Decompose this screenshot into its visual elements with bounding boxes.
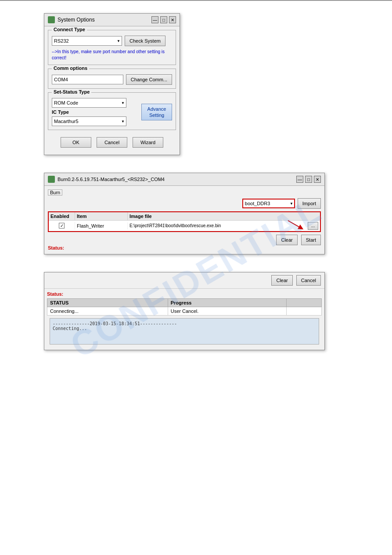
status-section-label: Status: <box>47 291 322 297</box>
svg-line-1 <box>288 221 301 228</box>
connect-type-select[interactable]: RS232 <box>52 36 122 46</box>
titlebar-controls: — □ ✕ <box>151 16 176 23</box>
system-options-titlebar: System Options — □ ✕ <box>44 14 180 26</box>
advance-setting-button[interactable]: Advance Setting <box>141 104 172 121</box>
status-table-body: Connecting... User Cancel. <box>47 307 322 316</box>
header-item: Item <box>75 212 128 220</box>
comm-options-content: Change Comm... <box>52 74 172 85</box>
log-line-1: --------------2019-03-15-18:34:51-------… <box>53 321 316 326</box>
advance-line2: Setting <box>149 112 164 118</box>
burn-actions: Clear Start <box>48 235 321 245</box>
burn-close-button[interactable]: ✕ <box>314 176 321 183</box>
ic-type-label: IC Type <box>52 109 69 115</box>
dialog-title: System Options <box>58 17 95 23</box>
burn-app-icon <box>48 176 55 183</box>
titlebar-left: System Options <box>48 16 95 23</box>
status-table: STATUS Progress Connecting... User Cance… <box>47 298 322 316</box>
check-system-button[interactable]: Check System <box>125 36 165 46</box>
status-cell: Connecting... <box>47 307 168 316</box>
top-border <box>0 0 392 1</box>
row-image: E:\project\RT2841\boot\dvitboot\rescue.e… <box>128 221 320 231</box>
comm-port-input[interactable] <box>52 75 123 84</box>
connect-type-label: Connect Type <box>52 27 87 32</box>
connect-type-select-wrapper: RS232 <box>52 36 122 46</box>
log-line-2: Connecting... <box>53 326 316 331</box>
ic-type-select-wrapper: Macarthur5 <box>52 116 126 126</box>
dialog-footer: OK Cancel Wizard <box>48 134 176 151</box>
progress-cell: User Cancel. <box>168 307 286 316</box>
burn-maximize-button[interactable]: □ <box>305 176 312 183</box>
status-table-head: STATUS Progress <box>47 299 322 307</box>
connect-type-row: RS232 Check System <box>52 36 172 46</box>
burn-table: Enabled Item Image file ✓ Flash_Writer E… <box>48 211 321 232</box>
row-item-value: Flash_Writer <box>77 223 104 229</box>
burn-top-row: boot_DDR3 Import <box>48 198 321 209</box>
burn-status-label: Status: <box>48 245 321 250</box>
table-row: ✓ Flash_Writer E:\project\RT2841\boot\dv… <box>49 221 320 231</box>
change-comm-button[interactable]: Change Comm... <box>126 74 172 85</box>
burn-table-wrapper: Enabled Item Image file ✓ Flash_Writer E… <box>48 211 321 232</box>
status-table-row: Connecting... User Cancel. <box>47 307 322 316</box>
cancel-button[interactable]: Cancel <box>97 137 127 148</box>
progress-col-header: Progress <box>168 299 286 307</box>
status-body: Status: STATUS Progress Connecting... Us… <box>44 289 324 350</box>
bar-col-header <box>287 299 322 307</box>
burn-section-label: Burn <box>48 189 62 196</box>
burn-table-header: Enabled Item Image file <box>49 212 320 221</box>
row-image-path: E:\project\RT2841\boot\dvitboot\rescue.e… <box>129 223 221 228</box>
status-clear-button[interactable]: Clear <box>271 275 292 286</box>
comm-options-label: Comm options <box>52 65 89 71</box>
set-status-content: ROM Code IC Type Macarthur5 <box>52 98 172 126</box>
comm-options-row: Change Comm... <box>52 74 172 85</box>
system-options-dialog: System Options — □ ✕ Connect Type RS232 <box>44 13 180 155</box>
burn-titlebar-controls: — □ ✕ <box>296 176 321 183</box>
import-button[interactable]: Import <box>298 198 321 209</box>
ic-type-select[interactable]: Macarthur5 <box>52 116 126 126</box>
connect-type-group: Connect Type RS232 Check System -->In th… <box>48 30 176 65</box>
status-section: Clear Cancel Status: STATUS Progress Con… <box>44 272 325 350</box>
boot-ddr3-select[interactable]: boot_DDR3 <box>242 199 295 208</box>
rom-code-select[interactable]: ROM Code <box>52 98 126 108</box>
burn-clear-button[interactable]: Clear <box>276 235 297 245</box>
ic-type-row: IC Type <box>52 109 139 115</box>
status-actions: Clear Cancel <box>44 272 324 289</box>
advance-line1: Advance <box>147 106 166 112</box>
log-area: --------------2019-03-15-18:34:51-------… <box>50 318 319 345</box>
burn-dialog-title: Burn0.2-5.6.19.751-Macarthur5_<RS232>_CO… <box>58 177 165 182</box>
burn-body: Burn boot_DDR3 Import Enabled Item Image <box>44 186 324 254</box>
set-status-row: ROM Code IC Type Macarthur5 <box>52 98 172 126</box>
header-enabled: Enabled <box>49 212 75 220</box>
row-enabled: ✓ <box>49 222 75 229</box>
burn-titlebar-left: Burn0.2-5.6.19.751-Macarthur5_<RS232>_CO… <box>48 176 165 183</box>
set-status-group: Set-Status Type ROM Code <box>48 92 176 130</box>
comm-options-group: Comm options Change Comm... <box>48 69 176 89</box>
rom-code-select-wrapper: ROM Code <box>52 98 126 108</box>
dialog-body: Connect Type RS232 Check System -->In th… <box>44 26 180 155</box>
minimize-button[interactable]: — <box>151 16 158 23</box>
bar-cell <box>287 307 322 316</box>
connect-type-info: -->In this type, make sure port number a… <box>52 49 172 61</box>
status-col-header: STATUS <box>47 299 168 307</box>
connect-type-content: RS232 Check System -->In this type, make… <box>52 36 172 61</box>
wizard-button[interactable]: Wizard <box>133 137 163 148</box>
maximize-button[interactable]: □ <box>160 16 167 23</box>
burn-start-button[interactable]: Start <box>301 235 321 245</box>
browse-button[interactable]: ... <box>308 222 318 230</box>
set-status-label: Set-Status Type <box>52 89 91 94</box>
burn-titlebar: Burn0.2-5.6.19.751-Macarthur5_<RS232>_CO… <box>44 173 324 186</box>
row-checkbox[interactable]: ✓ <box>59 223 65 229</box>
status-cancel-button[interactable]: Cancel <box>296 275 321 286</box>
status-header-row: STATUS Progress <box>47 299 322 307</box>
app-icon <box>48 16 55 23</box>
row-item: Flash_Writer <box>75 222 128 229</box>
arrow-annotation <box>286 218 308 232</box>
burn-minimize-button[interactable]: — <box>296 176 303 183</box>
boot-ddr3-select-wrapper: boot_DDR3 <box>242 199 295 208</box>
close-button[interactable]: ✕ <box>169 16 176 23</box>
burn-dialog: Burn0.2-5.6.19.751-Macarthur5_<RS232>_CO… <box>44 173 325 254</box>
ok-button[interactable]: OK <box>61 137 91 148</box>
